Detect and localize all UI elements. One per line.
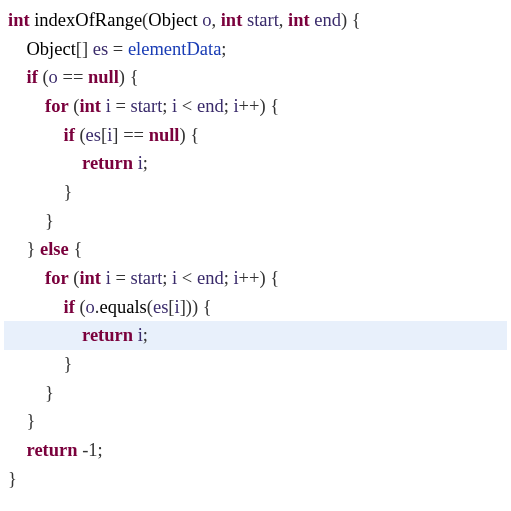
token-punct: } bbox=[45, 383, 54, 403]
token-punct: , bbox=[279, 10, 288, 30]
token-var: end bbox=[197, 96, 224, 116]
token-punct: ++) { bbox=[239, 96, 280, 116]
token-punct: ) { bbox=[119, 67, 139, 87]
token-punct: ; bbox=[162, 268, 172, 288]
token-punct: ( bbox=[69, 268, 80, 288]
token-punct: = bbox=[108, 39, 128, 59]
token-punct: = bbox=[111, 268, 131, 288]
token-var: start bbox=[130, 268, 162, 288]
token-var: end bbox=[314, 10, 341, 30]
token-name: equals bbox=[99, 297, 146, 317]
token-kw: if bbox=[27, 67, 38, 87]
code-line: } else { bbox=[4, 235, 507, 264]
token-punct: } bbox=[45, 211, 54, 231]
token-field: elementData bbox=[128, 39, 221, 59]
token-kw: if bbox=[64, 297, 75, 317]
token-cls: Object bbox=[27, 39, 76, 59]
code-line: Object[] es = elementData; bbox=[4, 35, 507, 64]
token-kw: return bbox=[82, 153, 133, 173]
token-type: int bbox=[288, 10, 310, 30]
token-kw: for bbox=[45, 96, 69, 116]
token-var: o bbox=[49, 67, 58, 87]
token-var: es bbox=[93, 39, 108, 59]
token-punct: ( bbox=[75, 125, 86, 145]
token-kw: if bbox=[64, 125, 75, 145]
token-kw: return bbox=[82, 325, 133, 345]
code-line: for (int i = start; i < end; i++) { bbox=[4, 264, 507, 293]
token-var: es bbox=[86, 125, 101, 145]
code-line: return i; bbox=[4, 149, 507, 178]
token-punct: [] bbox=[76, 39, 93, 59]
token-punct: ( bbox=[75, 297, 86, 317]
token-punct: ++) { bbox=[239, 268, 280, 288]
token-punct: ) { bbox=[341, 10, 361, 30]
token-punct: ])) { bbox=[180, 297, 212, 317]
token-punct: } bbox=[27, 411, 36, 431]
token-var: es bbox=[153, 297, 168, 317]
code-line: } bbox=[4, 379, 507, 408]
token-kw: null bbox=[88, 67, 119, 87]
token-punct: } bbox=[64, 354, 73, 374]
token-var: end bbox=[197, 268, 224, 288]
token-punct: < bbox=[177, 268, 197, 288]
code-line: for (int i = start; i < end; i++) { bbox=[4, 92, 507, 121]
token-punct: ) { bbox=[179, 125, 199, 145]
token-punct: ; bbox=[143, 153, 148, 173]
token-var: start bbox=[247, 10, 279, 30]
token-punct: ; bbox=[224, 268, 234, 288]
code-line: int indexOfRange(Object o, int start, in… bbox=[4, 6, 507, 35]
token-punct: ; bbox=[224, 96, 234, 116]
code-line: return i; bbox=[4, 321, 507, 350]
token-punct: { bbox=[69, 239, 83, 259]
token-punct: ( bbox=[38, 67, 49, 87]
code-line: } bbox=[4, 350, 507, 379]
token-punct: ] == bbox=[112, 125, 148, 145]
token-punct: ; bbox=[98, 440, 103, 460]
token-punct: } bbox=[27, 239, 41, 259]
token-kw: return bbox=[27, 440, 78, 460]
token-punct: < bbox=[177, 96, 197, 116]
token-name: indexOfRange bbox=[34, 10, 142, 30]
token-punct: } bbox=[64, 182, 73, 202]
code-line: } bbox=[4, 207, 507, 236]
code-block: int indexOfRange(Object o, int start, in… bbox=[4, 6, 507, 493]
token-punct: ; bbox=[221, 39, 226, 59]
code-line: if (o == null) { bbox=[4, 63, 507, 92]
token-num: 1 bbox=[88, 440, 97, 460]
code-line: if (es[i] == null) { bbox=[4, 121, 507, 150]
token-punct: , bbox=[211, 10, 220, 30]
code-line: } bbox=[4, 465, 507, 494]
token-punct: ; bbox=[162, 96, 172, 116]
code-line: } bbox=[4, 178, 507, 207]
token-var: start bbox=[130, 96, 162, 116]
token-punct: ( bbox=[69, 96, 80, 116]
token-var: o bbox=[86, 297, 95, 317]
code-line: if (o.equals(es[i])) { bbox=[4, 293, 507, 322]
token-punct: == bbox=[58, 67, 88, 87]
token-type: int bbox=[8, 10, 30, 30]
code-line: } bbox=[4, 407, 507, 436]
code-line: return -1; bbox=[4, 436, 507, 465]
token-type: int bbox=[221, 10, 243, 30]
token-punct: = bbox=[111, 96, 131, 116]
token-kw: for bbox=[45, 268, 69, 288]
token-cls: Object bbox=[148, 10, 197, 30]
token-punct: } bbox=[8, 469, 17, 489]
token-type: int bbox=[79, 268, 101, 288]
token-kw: else bbox=[40, 239, 69, 259]
token-punct: - bbox=[78, 440, 89, 460]
token-punct: ; bbox=[143, 325, 148, 345]
token-type: int bbox=[79, 96, 101, 116]
token-kw: null bbox=[149, 125, 180, 145]
